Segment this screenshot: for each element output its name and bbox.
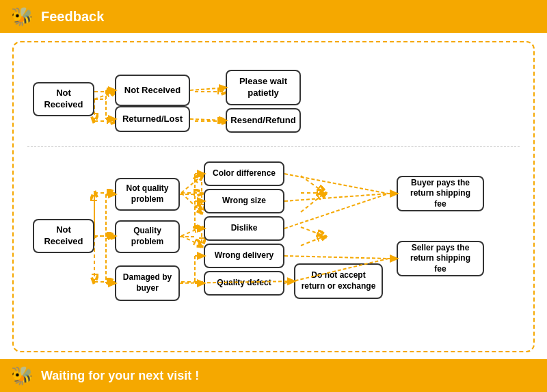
box-returned-lost: Returned/Lost (115, 106, 190, 132)
svg-line-49 (284, 194, 388, 228)
svg-line-17 (181, 227, 202, 236)
bee-icon-header: 🐝 (10, 4, 34, 29)
svg-line-30 (190, 88, 226, 90)
box-please-wait: Please wait patietly (226, 70, 301, 105)
svg-line-0 (94, 92, 115, 99)
box-not-received-top-right: Not Received (115, 75, 190, 106)
footer-title: Waiting for your next visit ! (41, 369, 199, 383)
box-wrong-size: Wrong size (204, 189, 284, 213)
box-seller-pays: Seller pays the return shipping fee (397, 241, 484, 276)
box-wrong-delivery: Wrong delivery (204, 244, 284, 268)
svg-line-18 (181, 236, 202, 246)
box-not-quality: Not quality problem (115, 178, 180, 211)
box-color-difference: Color difference (204, 161, 284, 186)
box-not-received-top-left: Not Received (33, 82, 94, 116)
svg-line-15 (181, 193, 202, 212)
header: 🐝 Feedback (0, 0, 547, 33)
main-content: Not Received Not Received Returned/Lost … (12, 41, 535, 352)
svg-line-25 (301, 236, 325, 246)
svg-line-23 (301, 193, 325, 212)
svg-line-31 (190, 119, 226, 120)
svg-line-48 (284, 194, 388, 201)
box-dislike: Dislike (204, 216, 284, 241)
svg-line-51 (284, 256, 388, 259)
svg-line-24 (301, 227, 325, 236)
box-do-not-accept: Do not accept return or exchange (294, 263, 383, 299)
box-damaged-by-buyer: Damaged by buyer (115, 265, 180, 301)
svg-line-13 (181, 176, 202, 193)
box-buyer-pays: Buyer pays the return shipping fee (397, 176, 484, 211)
footer: 🐝 Waiting for your next visit ! (0, 359, 547, 392)
box-not-received-bottom-left: Not Received (33, 219, 94, 253)
box-quality-problem: Quality problem (115, 220, 180, 253)
bee-icon-footer: 🐝 (10, 363, 34, 388)
box-resend-refund: Resend/Refund (226, 108, 301, 133)
svg-line-21 (301, 176, 325, 193)
box-quality-defect: Quality defect (204, 271, 284, 296)
header-title: Feedback (41, 9, 104, 25)
svg-line-47 (284, 174, 388, 194)
